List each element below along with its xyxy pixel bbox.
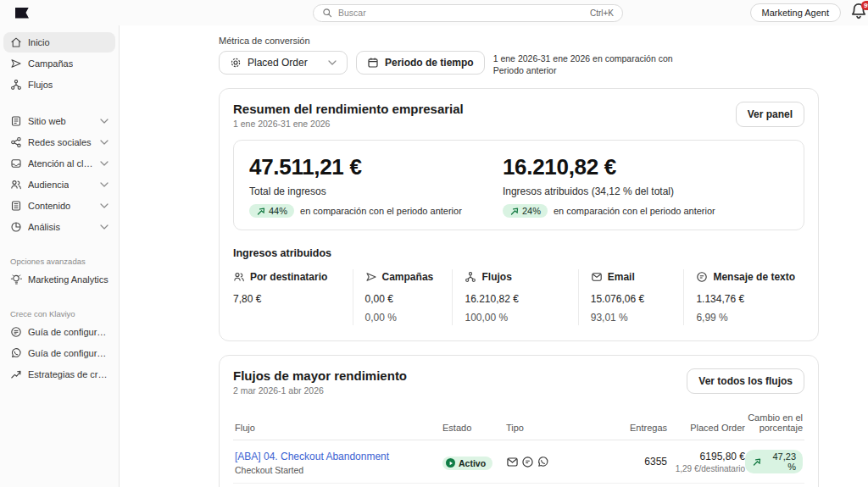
status-badge: Activo: [442, 457, 492, 470]
stat-pct: 93,01 %: [591, 312, 676, 324]
play-icon: [446, 458, 455, 468]
sidebar-item-guia-email[interactable]: Guía de configuración d...: [3, 322, 115, 342]
email-channel-icon: [506, 456, 519, 468]
document-icon: [10, 115, 22, 127]
summary-card-dates: 1 ene 2026-31 ene 2026: [233, 119, 464, 129]
sidebar: Inicio Campañas Flujos Sitio web Redes s…: [0, 25, 120, 487]
flow-icon: [10, 79, 22, 91]
total-revenue-value: 47.511,21 €: [249, 154, 503, 180]
stat-flows: Flujos 16.210,82 € 100,00 %: [453, 269, 578, 325]
sidebar-item-marketing-analytics[interactable]: Marketing Analytics: [3, 269, 115, 290]
total-revenue-metric: 47.511,21 € Total de ingresos 44% en com…: [249, 154, 503, 218]
marketing-agent-button[interactable]: Marketing Agent: [750, 3, 842, 22]
business-performance-card: Resumen del rendimiento empresarial 1 en…: [219, 88, 819, 341]
top-flows-card: Flujos de mayor rendimiento 2 mar 2026-1…: [219, 355, 819, 487]
stat-campaigns: Campañas 0,00 € 0,00 %: [353, 269, 453, 325]
sidebar-item-flujos[interactable]: Flujos: [3, 75, 115, 95]
pie-chart-icon: [10, 221, 22, 233]
sidebar-item-label: Análisis: [28, 222, 60, 232]
people-icon: [233, 271, 245, 283]
conversion-metric-label: Métrica de conversión: [219, 36, 868, 46]
time-period-button[interactable]: Periodo de tiempo: [356, 51, 485, 75]
search-input[interactable]: [338, 8, 585, 18]
view-all-flows-button[interactable]: Ver todos los flujos: [687, 368, 804, 394]
stat-label: Mensaje de texto: [713, 271, 795, 283]
total-revenue-label: Total de ingresos: [249, 185, 503, 197]
people-icon: [10, 179, 22, 191]
flow-link[interactable]: [ABA] 04. Checkout Abandonment: [235, 451, 389, 462]
change-value: 44%: [269, 206, 287, 216]
placed-order-value: 6195,80 €: [667, 451, 745, 462]
conversion-metric-value: Placed Order: [248, 57, 308, 69]
stat-per-recipient: Por destinatario 7,80 €: [233, 269, 353, 325]
inbox-icon: [10, 158, 22, 169]
stat-label: Campañas: [382, 271, 434, 283]
gear-icon: [230, 57, 242, 69]
sidebar-item-contenido[interactable]: Contenido: [3, 196, 115, 216]
chevron-down-icon: [328, 59, 337, 66]
sidebar-item-label: Atención al cliente: [28, 158, 94, 169]
klaviyo-logo-icon[interactable]: [15, 8, 29, 19]
flows-card-title: Flujos de mayor rendimiento: [233, 368, 407, 383]
sidebar-item-guia-whatsapp[interactable]: Guía de configuración d...: [3, 343, 115, 363]
status-label: Activo: [459, 458, 486, 468]
grow-with-klaviyo-label: Crece con Klaviyo: [3, 306, 115, 322]
attributed-revenue-section-label: Ingresos atribuidos: [233, 247, 804, 259]
sms-icon: [696, 271, 708, 283]
metrics-box: 47.511,21 € Total de ingresos 44% en com…: [233, 140, 804, 230]
home-icon: [10, 36, 22, 48]
sidebar-item-audiencia[interactable]: Audiencia: [3, 174, 115, 195]
flow-icon: [465, 271, 476, 283]
col-flujo: Flujo: [235, 423, 442, 433]
col-tipo: Tipo: [506, 423, 608, 433]
sms-channel-icon: [521, 456, 534, 468]
change-value: 24%: [522, 206, 541, 216]
view-panel-button[interactable]: Ver panel: [736, 102, 804, 127]
sidebar-item-sitio-web[interactable]: Sitio web: [3, 111, 115, 131]
stat-label: Por destinatario: [250, 271, 327, 283]
notifications-button[interactable]: 99: [849, 2, 868, 24]
time-period-label: Periodo de tiempo: [385, 57, 474, 69]
stat-pct: 6,99 %: [696, 312, 796, 324]
stat-value: 15.076,06 €: [591, 293, 676, 305]
attributed-revenue-label: Ingresos atribuidos (34,12 % del total): [503, 185, 788, 197]
calendar-icon: [367, 57, 379, 69]
stat-value: 0,00 €: [365, 293, 444, 305]
chevron-down-icon: [100, 224, 108, 230]
sidebar-item-label: Estrategias de crecimien...: [28, 369, 108, 379]
sidebar-item-redes-sociales[interactable]: Redes sociales: [3, 132, 115, 152]
flows-table: Flujo Estado Tipo Entregas Placed Order …: [233, 409, 804, 487]
topbar-right: Marketing Agent 99: [750, 0, 868, 25]
arrow-up-right-icon: [752, 457, 761, 466]
main-content: Métrica de conversión Placed Order Perio…: [120, 25, 868, 487]
email-circle-icon: [10, 326, 22, 338]
sidebar-item-label: Marketing Analytics: [28, 274, 108, 285]
change-suffix: en comparación con el periodo anterior: [554, 206, 715, 216]
change-badge: 24%: [503, 204, 548, 218]
change-suffix: en comparación con el periodo anterior: [300, 206, 462, 216]
sidebar-item-label: Audiencia: [28, 180, 69, 190]
stat-pct: 100,00 %: [465, 312, 569, 324]
chevron-down-icon: [100, 202, 108, 209]
chevron-down-icon: [100, 139, 108, 146]
sidebar-item-label: Guía de configuración d...: [28, 327, 108, 337]
sidebar-item-campanas[interactable]: Campañas: [3, 53, 115, 74]
summary-card-title: Resumen del rendimiento empresarial: [233, 102, 464, 116]
content-icon: [10, 200, 22, 212]
search-bar[interactable]: Ctrl+K: [313, 4, 623, 22]
stat-value: 16.210,82 €: [465, 293, 569, 305]
conversion-metric-dropdown[interactable]: Placed Order: [219, 51, 348, 75]
notification-badge: 99: [861, 1, 868, 10]
sidebar-item-estrategias[interactable]: Estrategias de crecimien...: [3, 364, 115, 385]
share-icon: [10, 136, 22, 148]
period-comparison-note: 1 ene 2026-31 ene 2026 en comparación co…: [493, 51, 673, 76]
stat-value: 7,80 €: [233, 293, 344, 305]
col-entregas: Entregas: [608, 423, 667, 433]
sidebar-item-inicio[interactable]: Inicio: [3, 32, 115, 53]
arrow-up-right-icon: [509, 207, 519, 215]
sidebar-item-analisis[interactable]: Análisis: [3, 217, 115, 237]
sidebar-item-atencion-cliente[interactable]: Atención al cliente: [3, 153, 115, 174]
stat-sms: Mensaje de texto 1.134,76 € 6,99 %: [684, 269, 804, 325]
flow-trigger: Checkout Started: [235, 465, 442, 475]
whatsapp-channel-icon: [537, 456, 549, 468]
